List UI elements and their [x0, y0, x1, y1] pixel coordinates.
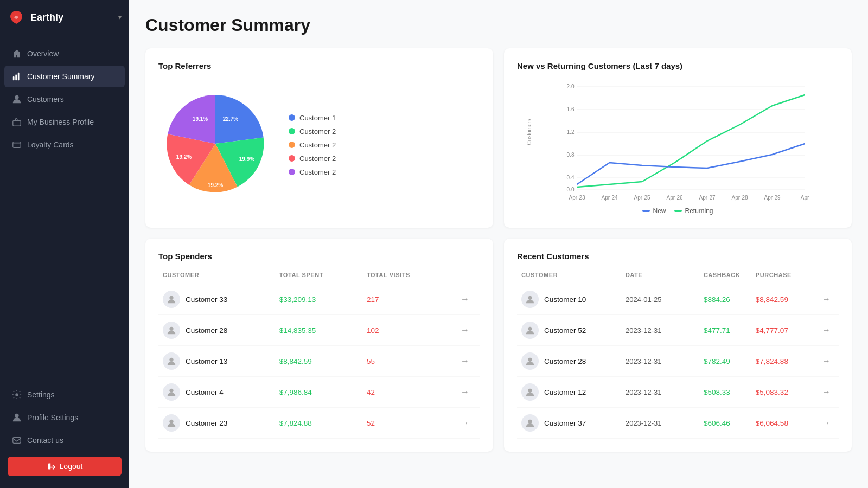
top-spenders-header: CUSTOMER TOTAL SPENT TOTAL VISITS [158, 272, 480, 284]
total-spent: $7,986.84 [279, 388, 367, 396]
date: 2023-12-31 [626, 388, 704, 396]
customer-cell: Customer 23 [163, 414, 279, 432]
svg-text:19.2%: 19.2% [208, 182, 223, 188]
legend-label-1: Customer 2 [299, 127, 336, 136]
new-vs-returning-title: New vs Returning Customers (Last 7 days) [517, 61, 839, 70]
total-spent: $14,835.35 [279, 326, 367, 335]
legend-returning-label: Returning [685, 207, 713, 215]
sidebar-item-my-business-profile[interactable]: My Business Profile [4, 111, 125, 133]
date: 2023-12-31 [626, 326, 704, 335]
svg-text:22.7%: 22.7% [223, 116, 238, 122]
svg-text:19.9%: 19.9% [239, 156, 254, 162]
top-spenders-card: Top Spenders CUSTOMER TOTAL SPENT TOTAL … [145, 239, 493, 452]
avatar [163, 383, 180, 401]
table-row: Customer 10 2024-01-25 $884.26 $8,842.59… [517, 284, 839, 315]
sidebar-item-customers[interactable]: Customers [4, 88, 125, 110]
customer-name: Customer 28 [544, 357, 586, 365]
svg-point-45 [528, 389, 532, 393]
card-icon [12, 140, 22, 150]
legend-new: New [642, 207, 666, 215]
purchase: $5,083.32 [756, 388, 818, 396]
col-arrow [454, 272, 476, 278]
row-arrow-button[interactable]: → [454, 292, 476, 306]
table-row: Customer 12 2023-12-31 $508.33 $5,083.32… [517, 377, 839, 408]
sidebar-item-label: Contact us [27, 436, 63, 445]
logout-button[interactable]: Logout [8, 457, 122, 476]
row-arrow-button[interactable]: → [818, 354, 834, 368]
customer-cell: Customer 13 [163, 352, 279, 370]
svg-point-9 [15, 414, 18, 418]
sidebar-item-customer-summary[interactable]: Customer Summary [4, 66, 125, 87]
col-total-visits: TOTAL VISITS [367, 272, 454, 278]
total-visits: 52 [367, 419, 454, 427]
svg-point-44 [528, 358, 532, 362]
svg-text:Apr-27: Apr-27 [699, 195, 715, 201]
sidebar-item-settings[interactable]: Settings [4, 384, 125, 406]
svg-point-38 [169, 327, 173, 331]
cashback: $477.71 [704, 326, 756, 335]
legend-item-1: Customer 2 [289, 127, 336, 136]
svg-point-4 [15, 95, 18, 99]
svg-point-42 [528, 296, 532, 300]
svg-point-41 [169, 420, 173, 423]
purchase: $7,824.88 [756, 357, 818, 365]
chevron-down-icon: ▾ [118, 14, 122, 21]
legend-dot-1 [289, 128, 295, 134]
avatar [521, 414, 539, 432]
sidebar-logo[interactable]: Earthly ▾ [0, 0, 129, 35]
purchase: $8,842.59 [756, 296, 818, 304]
svg-point-46 [528, 420, 532, 423]
col-cashback: CASHBACK [704, 272, 756, 278]
customer-cell: Customer 52 [521, 322, 626, 339]
legend-returning-color [674, 210, 682, 212]
person-settings-icon [12, 413, 22, 422]
svg-point-8 [15, 393, 18, 396]
svg-text:Apr-24: Apr-24 [601, 195, 617, 201]
svg-text:0.0: 0.0 [567, 187, 575, 192]
sidebar: Earthly ▾ Overview Customer Summary [0, 0, 129, 488]
avatar [163, 414, 180, 432]
legend-dot-3 [289, 155, 295, 162]
legend-dot-2 [289, 142, 295, 148]
customer-cell: Customer 10 [521, 291, 626, 308]
customer-name: Customer 13 [186, 357, 227, 365]
sidebar-item-label: Profile Settings [27, 413, 78, 422]
sidebar-bottom: Settings Profile Settings Contact us Log… [0, 376, 129, 488]
date: 2023-12-31 [626, 357, 704, 365]
row-arrow-button[interactable]: → [818, 385, 834, 399]
legend-label-0: Customer 1 [299, 114, 336, 122]
row-arrow-button[interactable]: → [454, 323, 476, 337]
avatar [163, 322, 180, 339]
pie-legend: Customer 1 Customer 2 Customer 2 Custome… [289, 114, 336, 176]
table-row: Customer 37 2023-12-31 $606.46 $6,064.58… [517, 408, 839, 439]
customer-name: Customer 10 [544, 296, 586, 304]
customer-cell: Customer 4 [163, 383, 279, 401]
svg-point-40 [169, 389, 173, 393]
sidebar-item-contact-us[interactable]: Contact us [4, 429, 125, 451]
date: 2023-12-31 [626, 419, 704, 427]
top-referrers-title: Top Referrers [158, 61, 480, 70]
recent-customers-header: CUSTOMER DATE CASHBACK PURCHASE [517, 272, 839, 284]
col-customer: CUSTOMER [163, 272, 279, 278]
svg-text:Apr-26: Apr-26 [666, 195, 682, 201]
customer-name: Customer 23 [186, 419, 227, 427]
row-arrow-button[interactable]: → [454, 416, 476, 430]
row-arrow-button[interactable]: → [818, 416, 834, 430]
purchase: $4,777.07 [756, 326, 818, 335]
top-row-grid: Top Referrers 22.7% 19.9% 19.2% [145, 48, 852, 228]
sidebar-item-label: Loyalty Cards [27, 140, 74, 149]
row-arrow-button[interactable]: → [818, 292, 834, 306]
avatar [521, 352, 539, 370]
avatar [163, 352, 180, 370]
row-arrow-button[interactable]: → [454, 354, 476, 368]
row-arrow-button[interactable]: → [454, 385, 476, 399]
row-arrow-button[interactable]: → [818, 323, 834, 337]
sidebar-item-overview[interactable]: Overview [4, 43, 125, 65]
logout-icon [47, 462, 55, 471]
sidebar-item-loyalty-cards[interactable]: Loyalty Cards [4, 134, 125, 156]
sidebar-item-profile-settings[interactable]: Profile Settings [4, 407, 125, 428]
logo-icon [8, 9, 25, 26]
person-icon [12, 94, 22, 104]
avatar [521, 291, 539, 308]
customer-name: Customer 52 [544, 326, 586, 335]
